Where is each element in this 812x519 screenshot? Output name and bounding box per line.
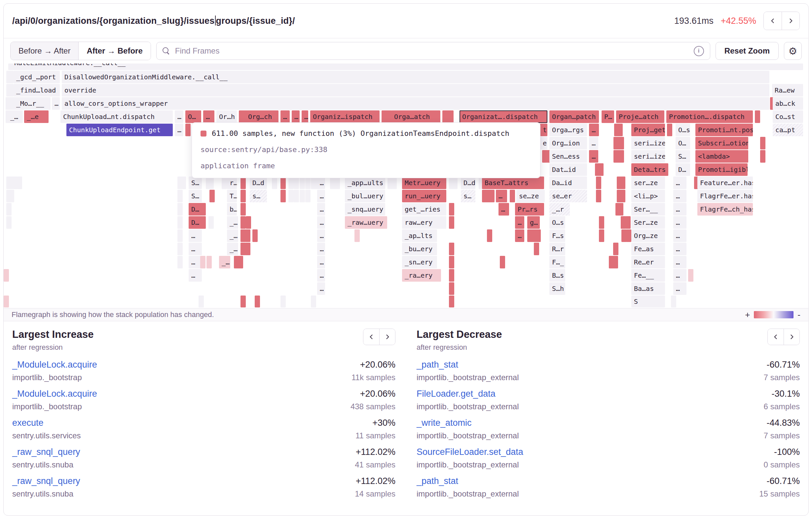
flame-frame[interactable]: …	[203, 110, 214, 123]
flame-frame[interactable]	[281, 296, 286, 307]
flame-frame[interactable]: …	[188, 243, 202, 255]
flame-frame[interactable]: RateLimitMiddleware.__call__	[11, 63, 803, 70]
flame-frame[interactable]	[8, 84, 13, 97]
flame-frame[interactable]	[354, 229, 360, 242]
flame-frame[interactable]: _find…load	[13, 84, 60, 97]
search-input[interactable]	[174, 46, 689, 56]
flame-frame[interactable]: Fe…__	[631, 269, 665, 282]
flame-frame[interactable]: _sn…ery	[402, 256, 437, 268]
flame-frame[interactable]: se…er	[549, 190, 587, 202]
flame-frame[interactable]: F…s	[549, 229, 565, 242]
flame-frame[interactable]: Orga…rgs	[549, 124, 587, 136]
entry-function-link[interactable]: execute	[12, 418, 81, 428]
flame-frame[interactable]: S…	[188, 190, 202, 202]
flame-frame[interactable]	[208, 176, 214, 189]
flame-frame[interactable]: FlagrFe…ch_has	[697, 203, 753, 216]
flame-frame[interactable]	[200, 256, 205, 268]
flame-frame[interactable]	[294, 190, 299, 202]
flame-frame[interactable]	[17, 176, 22, 189]
flame-frame[interactable]	[300, 176, 305, 189]
flame-frame[interactable]: Org…ion	[549, 137, 587, 149]
flame-frame[interactable]: <li…p>	[631, 190, 665, 202]
flame-frame[interactable]	[245, 229, 251, 242]
flame-frame[interactable]	[613, 256, 618, 268]
flame-frame[interactable]: F…_	[549, 256, 565, 268]
flamegraph[interactable]: RateLimitMiddleware.__call___gcd_…portDi…	[4, 63, 808, 308]
flame-frame[interactable]: raw…ery	[402, 216, 446, 229]
flame-frame[interactable]: …	[317, 256, 325, 268]
flame-frame[interactable]: e	[540, 137, 547, 149]
flame-frame[interactable]: Re…er	[631, 256, 665, 268]
flame-frame[interactable]: Proj…get	[631, 124, 665, 136]
flame-frame[interactable]	[240, 176, 246, 189]
flame-frame[interactable]	[626, 229, 631, 242]
flame-frame[interactable]: <lambda>	[695, 150, 748, 163]
flame-frame[interactable]	[335, 176, 340, 189]
flame-frame[interactable]: …	[317, 243, 325, 255]
flame-frame[interactable]	[599, 216, 604, 229]
flame-frame[interactable]	[596, 176, 601, 189]
flame-frame[interactable]: _bu…ery	[402, 243, 437, 255]
flame-frame[interactable]: Organizat….dispatch	[460, 110, 547, 123]
flame-frame[interactable]	[255, 296, 260, 307]
flame-frame[interactable]: …	[673, 176, 687, 189]
flame-frame[interactable]: …	[317, 216, 325, 229]
flame-frame[interactable]	[240, 216, 246, 229]
flame-frame[interactable]	[449, 243, 454, 255]
flame-frame[interactable]: r…	[227, 176, 237, 189]
flame-frame[interactable]: Da…id	[549, 176, 587, 189]
settings-button[interactable]: ⚙	[784, 42, 802, 60]
flame-frame[interactable]	[755, 110, 760, 123]
flame-frame[interactable]: _…	[227, 243, 238, 255]
flame-frame[interactable]: BaseT…attrs	[482, 176, 544, 189]
flame-frame[interactable]	[294, 176, 299, 189]
info-icon[interactable]: i	[694, 46, 704, 56]
flame-frame[interactable]	[534, 243, 539, 255]
flame-frame[interactable]: D…d	[250, 176, 267, 189]
flame-frame[interactable]: …	[175, 124, 183, 136]
find-frames-search[interactable]: i	[156, 42, 710, 60]
flame-frame[interactable]: …	[515, 229, 524, 242]
entry-function-link[interactable]: _raw_snql_query	[12, 476, 80, 486]
flame-frame[interactable]	[252, 229, 258, 242]
flame-frame[interactable]: Dat…id	[549, 163, 587, 176]
flame-frame[interactable]: …	[589, 137, 598, 149]
flame-frame[interactable]: _ra…ery	[402, 269, 441, 282]
flame-frame[interactable]	[452, 176, 458, 189]
flame-frame[interactable]	[177, 256, 183, 268]
flame-frame[interactable]: Org…ze	[631, 229, 665, 242]
entry-function-link[interactable]: FileLoader.get_data	[416, 389, 519, 399]
flame-frame[interactable]	[245, 243, 251, 255]
flame-frame[interactable]	[489, 190, 495, 202]
flame-frame[interactable]: Pr…rs	[515, 203, 544, 216]
flame-frame[interactable]: S…	[188, 176, 202, 189]
flame-frame[interactable]	[667, 124, 672, 136]
flame-frame[interactable]: _…e	[24, 110, 49, 123]
flame-frame[interactable]	[596, 190, 601, 202]
flame-frame[interactable]	[177, 216, 183, 229]
flame-frame[interactable]	[281, 176, 286, 189]
flame-frame[interactable]: Orga…atch	[392, 110, 440, 123]
flame-frame[interactable]	[500, 256, 505, 268]
flame-frame[interactable]: P…	[602, 110, 614, 123]
flame-frame[interactable]: seri…ize	[631, 137, 665, 149]
flame-frame[interactable]	[181, 176, 186, 189]
flame-frame[interactable]	[617, 190, 625, 202]
flame-frame[interactable]: …	[589, 150, 598, 163]
flame-frame[interactable]: O…	[675, 137, 690, 149]
flame-frame[interactable]: DisallowedOrganizationMiddleware.__call_…	[62, 71, 770, 83]
flame-frame[interactable]: Promoti…igible	[695, 163, 748, 176]
flame-frame[interactable]	[392, 176, 397, 189]
flame-frame[interactable]: S…	[675, 150, 690, 163]
flame-frame[interactable]: ser…ze	[631, 176, 665, 189]
flame-frame[interactable]	[246, 216, 251, 229]
flame-frame[interactable]	[305, 190, 311, 202]
decrease-next-button[interactable]	[784, 329, 800, 345]
segment-after-before[interactable]: After → Before	[78, 42, 150, 60]
flame-frame[interactable]: …	[317, 203, 325, 216]
flame-frame[interactable]	[449, 296, 454, 307]
flame-frame[interactable]: …	[188, 229, 202, 242]
flame-frame[interactable]: …	[317, 282, 325, 295]
flame-frame[interactable]	[8, 71, 13, 83]
flame-frame[interactable]: _bul…uery	[345, 190, 385, 202]
